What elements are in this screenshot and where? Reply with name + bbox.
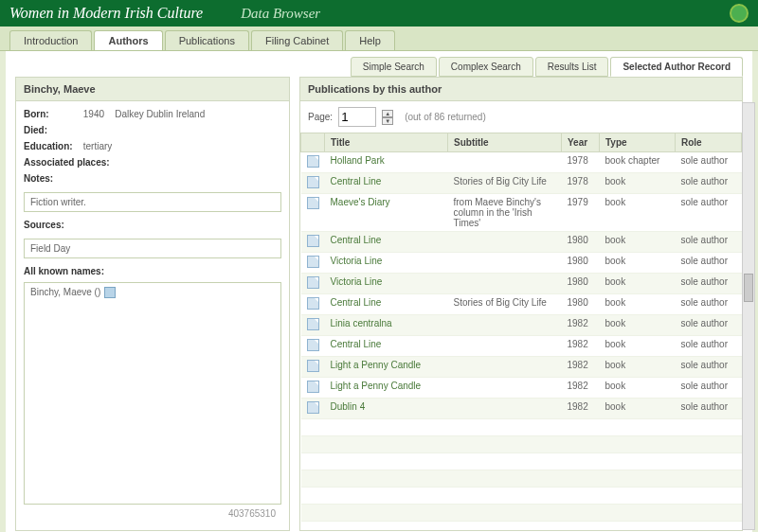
publications-heading: Publications by this author — [300, 78, 742, 101]
pub-subtitle — [448, 152, 562, 173]
column-header[interactable]: Year — [562, 133, 600, 152]
table-row[interactable]: Holland Park1978book chaptersole author — [301, 152, 742, 173]
subtab-complex-search[interactable]: Complex Search — [439, 57, 533, 77]
scrollbar[interactable] — [742, 102, 755, 530]
pub-title[interactable]: Dublin 4 — [325, 399, 448, 419]
born-year: 1940 — [83, 109, 104, 119]
places-label: Associated places: — [24, 157, 110, 168]
column-header[interactable]: Type — [600, 133, 676, 152]
pub-year: 1979 — [562, 194, 600, 232]
tab-filing-cabinet[interactable]: Filing Cabinet — [251, 30, 343, 50]
document-icon[interactable] — [307, 360, 319, 372]
scrollbar-thumb[interactable] — [744, 274, 753, 302]
document-icon[interactable] — [307, 235, 319, 247]
pub-subtitle — [448, 232, 562, 253]
pub-type: book — [600, 194, 676, 232]
subtab-simple-search[interactable]: Simple Search — [351, 57, 437, 77]
pub-type: book — [600, 274, 676, 294]
born-label: Born: — [24, 109, 81, 119]
pub-subtitle — [448, 357, 562, 378]
pub-subtitle: Stories of Big City Life — [448, 294, 562, 315]
pub-type: book — [600, 336, 676, 357]
pub-role: sole author — [676, 253, 742, 274]
globe-icon[interactable] — [730, 4, 749, 23]
main-tabs: Introduction Authors Publications Filing… — [0, 27, 758, 51]
column-header[interactable]: Role — [676, 133, 742, 152]
table-row[interactable]: Central Line1980booksole author — [301, 232, 742, 253]
pub-type: book — [600, 378, 676, 399]
document-icon[interactable] — [307, 176, 319, 188]
pub-title[interactable]: Central Line — [325, 336, 448, 357]
page-down-button[interactable]: ▼ — [382, 117, 393, 125]
document-icon[interactable] — [307, 381, 319, 393]
pub-title[interactable]: Light a Penny Candle — [325, 357, 448, 378]
table-row[interactable]: Linia centralna1982booksole author — [301, 315, 742, 336]
table-row[interactable]: Light a Penny Candle1982booksole author — [301, 357, 742, 378]
document-icon[interactable] — [307, 256, 319, 268]
pub-role: sole author — [676, 152, 742, 173]
pub-year: 1980 — [562, 232, 600, 253]
subtab-selected-author[interactable]: Selected Author Record — [610, 57, 743, 77]
page-up-button[interactable]: ▲ — [382, 110, 393, 117]
education-value: tertiary — [83, 141, 113, 151]
author-panel: Binchy, Maeve Born: 1940 Dalkey Dublin I… — [15, 77, 290, 531]
table-row[interactable]: Victoria Line1980booksole author — [301, 253, 742, 274]
tab-publications[interactable]: Publications — [165, 30, 249, 50]
notes-label: Notes: — [24, 173, 81, 184]
pub-title[interactable]: Holland Park — [325, 152, 448, 173]
table-row[interactable]: Dublin 41982booksole author — [301, 399, 742, 419]
pub-title[interactable]: Victoria Line — [325, 274, 448, 294]
pub-year: 1978 — [562, 173, 600, 194]
document-icon[interactable] — [307, 401, 319, 414]
tab-introduction[interactable]: Introduction — [9, 30, 92, 50]
author-details: Born: 1940 Dalkey Dublin Ireland Died: E… — [16, 101, 289, 530]
pub-title[interactable]: Linia centralna — [325, 315, 448, 336]
pub-type: book — [600, 294, 676, 315]
publications-panel: Publications by this author Page: ▲ ▼ (o… — [299, 77, 743, 531]
pub-subtitle — [448, 336, 562, 357]
pub-type: book — [600, 232, 676, 253]
pub-role: sole author — [676, 336, 742, 357]
table-row[interactable]: Light a Penny Candle1982booksole author — [301, 378, 742, 399]
pub-role: sole author — [676, 294, 742, 315]
pub-subtitle: from Maeve Binchy's column in the 'Irish… — [448, 194, 562, 232]
document-icon[interactable] — [307, 318, 319, 330]
document-icon[interactable] — [307, 276, 319, 289]
pub-role: sole author — [676, 232, 742, 253]
column-header[interactable]: Subtitle — [448, 133, 562, 152]
link-icon[interactable] — [104, 287, 116, 298]
pub-subtitle — [448, 399, 562, 419]
document-icon[interactable] — [307, 297, 319, 310]
table-row-empty — [301, 470, 742, 488]
pub-title[interactable]: Central Line — [325, 294, 448, 315]
pub-type: book chapter — [600, 152, 676, 173]
tab-authors[interactable]: Authors — [94, 30, 162, 50]
table-row-empty — [301, 436, 742, 453]
died-label: Died: — [24, 125, 81, 135]
pub-title[interactable]: Light a Penny Candle — [325, 378, 448, 399]
subtab-results-list[interactable]: Results List — [535, 57, 609, 77]
content-area: Simple Search Complex Search Results Lis… — [6, 51, 752, 532]
pub-title[interactable]: Central Line — [325, 232, 448, 253]
pub-subtitle — [448, 253, 562, 274]
page-input[interactable] — [338, 107, 376, 127]
pub-year: 1982 — [562, 399, 600, 419]
pub-title[interactable]: Maeve's Diary — [325, 194, 448, 232]
table-row[interactable]: Victoria Line1980booksole author — [301, 274, 742, 294]
document-icon[interactable] — [307, 197, 319, 209]
table-row-empty — [301, 419, 742, 436]
document-icon[interactable] — [307, 339, 319, 351]
column-header[interactable]: Title — [325, 133, 448, 152]
pub-title[interactable]: Victoria Line — [325, 253, 448, 274]
table-row[interactable]: Central Line1982booksole author — [301, 336, 742, 357]
table-row[interactable]: Central LineStories of Big City Life1980… — [301, 294, 742, 315]
tab-help[interactable]: Help — [345, 30, 395, 50]
table-row[interactable]: Maeve's Diaryfrom Maeve Binchy's column … — [301, 194, 742, 232]
column-header[interactable] — [301, 133, 325, 152]
table-row[interactable]: Central LineStories of Big City Life1978… — [301, 173, 742, 194]
pub-year: 1980 — [562, 253, 600, 274]
pub-title[interactable]: Central Line — [325, 173, 448, 194]
document-icon[interactable] — [307, 155, 319, 168]
pub-subtitle — [448, 378, 562, 399]
pub-role: sole author — [676, 315, 742, 336]
